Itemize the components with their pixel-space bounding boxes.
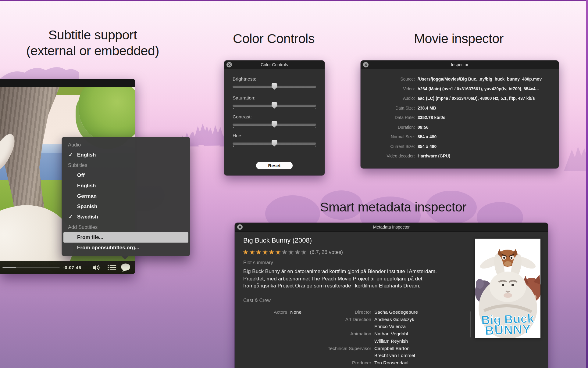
menu-item-label: Spanish [77, 204, 97, 209]
inspector-row-label: Current Size: [361, 142, 415, 152]
inspector-row: Audio:aac (LC) (mp4a / 0x6134706D), 4800… [361, 94, 559, 103]
crew-role-label: Art Direction [308, 316, 371, 323]
heading-subtitle-line1: Subtitle support [0, 27, 185, 43]
star-icon: ★ [255, 248, 262, 256]
menu-item-spanish[interactable]: Spanish [62, 201, 190, 212]
inspector-row-label: Duration: [361, 123, 415, 132]
slider-label: Contrast: [233, 114, 316, 120]
movie-poster: Big Buck BUNNY [475, 239, 540, 338]
inspector-titlebar: Inspector [361, 60, 559, 69]
menu-item-label: Swedish [77, 214, 98, 220]
star-icon: ★ [269, 248, 275, 256]
inspector-row-value: /Users/jogga/Movies/Big Buc...ny/big_buc… [415, 74, 542, 84]
inspector-panel: Inspector Source:/Users/jogga/Movies/Big… [361, 60, 559, 168]
reset-button[interactable]: Reset [256, 162, 293, 169]
menu-item-german[interactable]: German [62, 191, 190, 201]
menu-section-header: Subtitles [62, 160, 190, 170]
inspector-row-label: Data Rate: [361, 113, 415, 123]
menu-item-from-file[interactable]: From file... [63, 232, 188, 243]
slider-knob[interactable] [272, 121, 277, 128]
inspector-row: Normal Size:854 x 480 [361, 132, 559, 142]
crew-role-label: Producer [308, 359, 371, 366]
inspector-row-label: Audio: [361, 94, 415, 103]
menu-item-english[interactable]: ✓English [62, 150, 190, 160]
menu-section-header: Audio [62, 140, 190, 150]
star-icon: ★ [301, 248, 307, 256]
inspector-row-label: Video decoder: [361, 151, 415, 161]
crew-row: Art DirectionAndreas Goralczyk [308, 316, 418, 323]
menu-item-english[interactable]: English [62, 181, 190, 191]
seek-bar[interactable] [2, 267, 60, 268]
actors-label: Actors [243, 308, 287, 316]
crew-role-label [308, 323, 371, 330]
screen-edge-top [0, 0, 588, 1]
menu-item-label: From opensubtitles.org... [77, 245, 139, 251]
inspector-row-value: 854 x 480 [415, 142, 437, 152]
menu-item-label: German [77, 193, 97, 199]
slider-group-hue: Hue: [233, 133, 316, 145]
inspector-row: Current Size:854 x 480 [361, 142, 559, 152]
menu-item-label: English [77, 152, 96, 158]
slider-label: Saturation: [233, 95, 316, 101]
scrollbar-thumb[interactable] [470, 311, 471, 337]
movie-title: Big Buck Bunny (2008) [243, 236, 312, 244]
star-icon: ★ [262, 248, 269, 256]
inspector-row-value: aac (LC) (mp4a / 0x6134706D), 48000 Hz, … [415, 94, 535, 103]
inspector-row: Data Size:238.4 MB [361, 103, 559, 113]
menu-item-from-opensubtitles-org[interactable]: From opensubtitles.org... [62, 243, 190, 253]
slider-tick-left [233, 108, 234, 109]
inspector-row-label: Normal Size: [361, 132, 415, 142]
inspector-row: Source:/Users/jogga/Movies/Big Buc...ny/… [361, 74, 559, 84]
menu-item-off[interactable]: Off [62, 170, 190, 181]
slider-knob[interactable] [272, 102, 277, 109]
crew-name: Campbell Barton [371, 345, 409, 352]
slider-track[interactable] [233, 85, 316, 88]
metadata-title: Metadata Inspector [235, 223, 548, 231]
volume-icon[interactable] [92, 261, 100, 274]
crew-name: Sacha Goedegebure [371, 308, 418, 316]
crew-name: Andreas Goralczyk [371, 316, 414, 323]
slider-tick-right [315, 146, 316, 147]
crew-name: William Reynish [371, 337, 408, 345]
inspector-row-label: Video: [361, 84, 415, 94]
votes-text: (6.7, 26 votes) [310, 249, 343, 255]
heading-movie-inspector: Movie inspector [390, 31, 527, 46]
menu-section-header: Add Subtitles [62, 222, 190, 232]
slider-track[interactable] [233, 142, 316, 145]
slider-tick-right [315, 127, 316, 128]
subtitles-bubble-icon[interactable] [120, 261, 131, 274]
actors-value: None [287, 308, 301, 316]
color-controls-panel: Color Controls Brightness:Saturation:Con… [224, 60, 325, 175]
controlbar-divider [89, 264, 89, 271]
checkmark-icon: ✓ [69, 212, 77, 222]
crew-row: Technical SupervisorCampbell Barton [308, 345, 418, 352]
slider-tick-left [233, 146, 234, 147]
player-titlebar[interactable] [0, 79, 135, 87]
metadata-titlebar: Metadata Inspector [235, 223, 548, 232]
time-remaining: -0:07:46 [63, 261, 81, 274]
crew-row: Brecht van Lommel [308, 352, 418, 359]
slider-track[interactable] [233, 104, 316, 107]
slider-track[interactable] [233, 123, 316, 126]
star-icon: ★ [243, 248, 249, 256]
inspector-row-value: Hardware (GPU) [415, 151, 450, 161]
slider-tick-left [233, 127, 234, 128]
heading-subtitle-line2: (external or embedded) [0, 43, 185, 59]
star-icon: ★ [249, 248, 255, 256]
star-icon: ★ [294, 248, 301, 256]
track-menu-popover: Audio✓EnglishSubtitlesOffEnglishGermanSp… [62, 137, 190, 256]
heading-subtitle-support: Subtitle support (external or embedded) [0, 27, 185, 59]
menu-item-swedish[interactable]: ✓Swedish [62, 212, 190, 222]
inspector-row-value: 3352.78 kbit/s [415, 113, 445, 123]
crew-row: DirectorSacha Goedegebure [308, 308, 418, 316]
star-rating: ★★★★★★★★★★ (6.7, 26 votes) [243, 248, 343, 256]
star-icon: ★ [288, 248, 294, 256]
inspector-row-value: 09:56 [415, 123, 429, 132]
slider-knob[interactable] [272, 83, 277, 90]
slider-knob[interactable] [272, 140, 277, 146]
inspector-row: Video:h264 (Main) (avc1 / 0x31637661), y… [361, 84, 559, 94]
playlist-icon[interactable] [107, 261, 116, 274]
crew-role-label: Technical Supervisor [308, 345, 371, 352]
inspector-title: Inspector [361, 60, 559, 69]
slider-label: Brightness: [233, 76, 316, 82]
